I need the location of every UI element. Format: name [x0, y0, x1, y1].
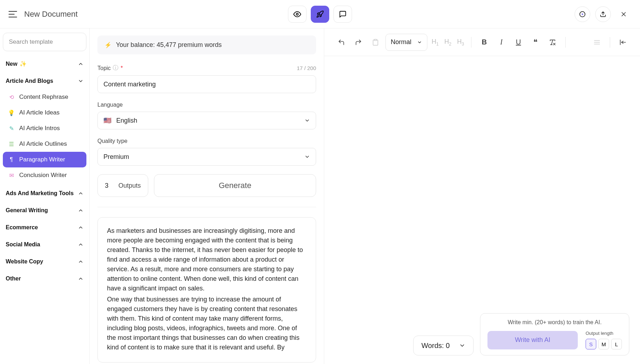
quality-value: Premium	[103, 153, 129, 161]
svg-marker-2	[582, 13, 584, 15]
group-ads-label: Ads And Marketing Tools	[6, 190, 74, 197]
upload-icon	[600, 11, 606, 17]
chevron-up-icon	[78, 208, 84, 213]
sidebar-item-conclusion-writer[interactable]: ✉Conclusion Writer	[3, 167, 86, 183]
group-article-label: Article And Blogs	[6, 78, 53, 84]
group-general-label: General Writing	[6, 207, 48, 214]
group-website[interactable]: Website Copy	[3, 254, 86, 269]
generate-button[interactable]: Generate	[154, 174, 316, 197]
align-button[interactable]	[590, 35, 604, 49]
clear-format-button[interactable]	[545, 35, 560, 49]
chevron-up-icon	[78, 259, 84, 264]
info-icon[interactable]: ⓘ	[113, 64, 118, 72]
underline-icon: U	[516, 38, 521, 46]
group-article[interactable]: Article And Blogs	[3, 74, 86, 89]
write-with-ai-button[interactable]: Write with AI	[487, 331, 578, 349]
sidebar-item-label: Conclusion Writer	[19, 172, 67, 179]
config-panel: ⚡ Your balance: 45,477 premium words Top…	[90, 28, 324, 364]
group-social-label: Social Media	[6, 241, 40, 248]
quality-select[interactable]: Premium	[97, 148, 316, 166]
outputs-label: Outputs	[118, 182, 141, 189]
group-other[interactable]: Other	[3, 271, 86, 286]
chevron-up-icon	[78, 276, 84, 282]
language-label: Language	[97, 102, 123, 108]
sidebar-item-label: AI Article Intros	[19, 125, 60, 132]
word-count-label: Words: 0	[421, 342, 450, 350]
rocket-icon	[316, 10, 324, 18]
group-general[interactable]: General Writing	[3, 203, 86, 218]
group-ads[interactable]: Ads And Marketing Tools	[3, 186, 86, 201]
align-icon	[593, 39, 601, 46]
collapse-icon	[619, 39, 626, 46]
chevron-down-icon	[304, 154, 310, 160]
clipboard-button[interactable]	[368, 35, 383, 49]
heading2-button[interactable]: H2	[443, 38, 453, 47]
flag-icon: 🇺🇸	[103, 117, 111, 124]
undo-icon	[338, 39, 345, 46]
svg-rect-6	[374, 39, 377, 40]
result-paragraph: One way that businesses are trying to in…	[107, 295, 306, 352]
clipboard-icon	[372, 39, 379, 46]
menu-icon[interactable]	[9, 11, 17, 17]
quote-button[interactable]: ❝	[528, 35, 543, 49]
play-button[interactable]	[575, 6, 590, 22]
bolt-icon: ⚡	[105, 42, 112, 48]
redo-button[interactable]	[351, 35, 366, 49]
rephrase-icon: ⟲	[8, 93, 15, 101]
export-button[interactable]	[595, 6, 611, 22]
chevron-down-icon	[417, 40, 422, 45]
close-button[interactable]	[616, 6, 631, 22]
heading3-button[interactable]: H3	[455, 38, 465, 47]
chevron-down-icon	[78, 78, 84, 84]
sidebar-item-label: AI Article Outlines	[19, 140, 67, 148]
play-icon	[579, 11, 586, 17]
eye-icon	[293, 10, 301, 18]
group-website-label: Website Copy	[6, 258, 43, 265]
chevron-up-icon	[78, 61, 84, 67]
underline-button[interactable]: U	[511, 35, 526, 49]
sidebar-item-paragraph-writer[interactable]: ¶Paragraph Writer	[3, 152, 86, 167]
sidebar-item-ai-article-ideas[interactable]: 💡AI Article Ideas	[3, 105, 86, 121]
style-value: Normal	[391, 38, 411, 46]
topic-char-count: 17 / 200	[297, 65, 316, 71]
undo-button[interactable]	[334, 35, 348, 49]
group-ecommerce[interactable]: Ecommerce	[3, 220, 86, 235]
paragraph-style-select[interactable]: Normal	[385, 34, 427, 51]
word-count-select[interactable]: Words: 0	[413, 336, 474, 355]
chat-button[interactable]	[334, 6, 352, 23]
group-new-label: New	[6, 61, 17, 67]
search-input[interactable]	[3, 33, 86, 51]
result-card[interactable]: As marketers and businesses are increasi…	[97, 217, 316, 363]
heading1-button[interactable]: H1	[430, 38, 440, 47]
sidebar-item-content-rephrase[interactable]: ⟲Content Rephrase	[3, 89, 86, 105]
group-social[interactable]: Social Media	[3, 237, 86, 252]
ai-panel: Write min. (20+ words) to train the AI. …	[480, 313, 629, 355]
sidebar-item-ai-article-intros[interactable]: ✎AI Article Intros	[3, 121, 86, 136]
preview-button[interactable]	[288, 6, 306, 23]
editor-panel: Normal H1 H2 H3 B I U ❝	[324, 28, 640, 364]
sidebar-item-label: AI Article Ideas	[19, 109, 59, 116]
italic-button[interactable]: I	[494, 35, 508, 49]
group-new[interactable]: New ✨	[3, 56, 86, 71]
template-sidebar: New ✨ Article And Blogs ⟲Content Rephras…	[0, 28, 90, 364]
launch-button[interactable]	[311, 6, 329, 23]
group-ecommerce-label: Ecommerce	[6, 224, 38, 231]
length-s-button[interactable]: S	[586, 339, 596, 349]
sidebar-item-ai-article-outlines[interactable]: ☰AI Article Outlines	[3, 136, 86, 152]
topic-input[interactable]	[97, 75, 316, 93]
length-m-button[interactable]: M	[598, 339, 609, 349]
topic-label: Topic	[97, 65, 111, 71]
chevron-down-icon	[459, 342, 465, 349]
bold-button[interactable]: B	[477, 35, 491, 49]
result-paragraph: As marketers and businesses are increasi…	[107, 226, 306, 293]
collapse-button[interactable]	[616, 35, 630, 49]
editor-toolbar: Normal H1 H2 H3 B I U ❝	[324, 28, 640, 56]
document-title[interactable]: New Document	[24, 10, 78, 19]
language-select[interactable]: 🇺🇸English	[97, 112, 316, 129]
outputs-stepper[interactable]: 3 Outputs	[97, 174, 148, 197]
language-value: English	[116, 117, 137, 124]
italic-icon: I	[500, 38, 503, 46]
conclusion-icon: ✉	[8, 172, 15, 179]
chevron-down-icon	[304, 118, 310, 123]
length-l-button[interactable]: L	[611, 339, 622, 349]
